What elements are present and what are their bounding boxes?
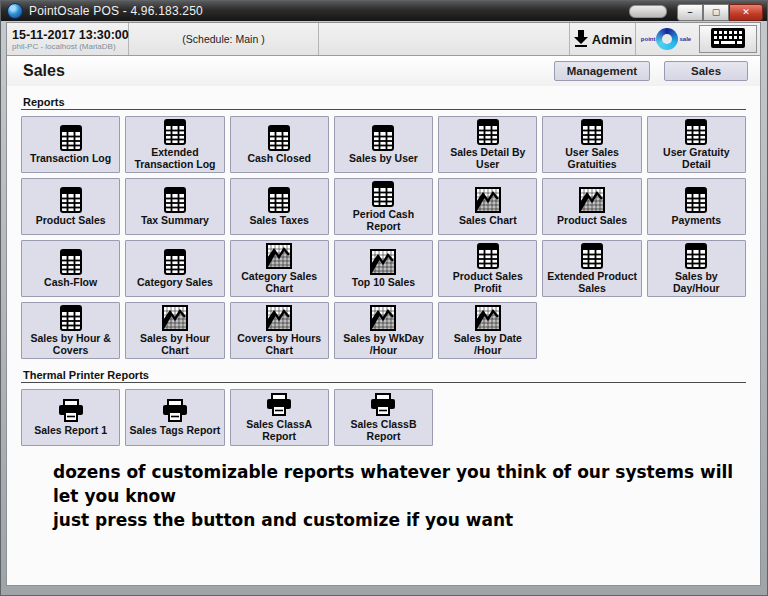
brand-logo-icon: [656, 28, 678, 50]
report-button[interactable]: Payments: [647, 178, 746, 235]
chart-icon: [579, 187, 605, 213]
printer-icon: [370, 393, 396, 417]
table-icon: [685, 119, 707, 145]
admin-button[interactable]: Admin: [570, 23, 636, 55]
close-button[interactable]: ✕: [729, 4, 763, 21]
schedule-panel: (Schedule: Main ): [129, 23, 319, 55]
report-button[interactable]: Sales by Hour & Covers: [21, 302, 120, 359]
sales-tab-button[interactable]: Sales: [664, 61, 748, 81]
datetime-panel: 15-11-2017 13:30:00 phil-PC - localhost …: [7, 23, 129, 55]
report-button[interactable]: User Gratuity Detail: [647, 116, 746, 173]
footer-note-line: just press the button and customize if y…: [53, 508, 760, 532]
app-logo-icon: [7, 3, 23, 19]
thermal-report-button-label: Sales ClassA Report: [234, 419, 325, 442]
thermal-section-rule: [21, 382, 746, 383]
thermal-section: Thermal Printer Reports Sales Report 1 S…: [7, 369, 760, 446]
minimize-button[interactable]: –: [677, 4, 703, 21]
report-button[interactable]: Transaction Log: [21, 116, 120, 173]
report-button-label: User Gratuity Detail: [651, 147, 742, 170]
table-icon: [372, 181, 394, 207]
thermal-report-button[interactable]: Sales ClassB Report: [334, 389, 433, 446]
app-window: PointOsale POS - 4.96.183.250 – ▢ ✕ 15-1…: [0, 0, 768, 596]
table-icon: [581, 119, 603, 145]
report-button[interactable]: Top 10 Sales: [334, 240, 433, 297]
report-button[interactable]: Tax Summary: [125, 178, 224, 235]
report-button[interactable]: Covers by Hours Chart: [230, 302, 329, 359]
chart-icon: [370, 249, 396, 275]
report-button-label: Cash-Flow: [44, 277, 97, 289]
report-button[interactable]: Sales by User: [334, 116, 433, 173]
table-icon: [60, 125, 82, 151]
chart-icon: [162, 305, 188, 331]
thermal-report-button[interactable]: Sales ClassA Report: [230, 389, 329, 446]
report-button[interactable]: Product Sales: [21, 178, 120, 235]
report-button-label: Sales by Hour & Covers: [25, 333, 116, 356]
app-body: 15-11-2017 13:30:00 phil-PC - localhost …: [6, 22, 761, 586]
thermal-report-button-label: Sales Report 1: [34, 425, 107, 437]
report-button-label: Cash Closed: [247, 153, 311, 165]
report-button-label: Extended Transaction Log: [129, 147, 220, 170]
chart-icon: [266, 243, 292, 269]
report-button-label: Category Sales Chart: [234, 271, 325, 294]
maximize-button[interactable]: ▢: [703, 4, 729, 21]
report-button[interactable]: Sales by Hour Chart: [125, 302, 224, 359]
table-icon: [685, 187, 707, 213]
admin-label: Admin: [592, 32, 632, 47]
report-button[interactable]: Product Sales Profit: [438, 240, 537, 297]
reports-section-title: Reports: [23, 96, 746, 108]
thermal-report-button[interactable]: Sales Tags Report: [125, 389, 224, 446]
thermal-report-button[interactable]: Sales Report 1: [21, 389, 120, 446]
report-button-label: Sales Chart: [459, 215, 517, 227]
printer-icon: [58, 399, 84, 423]
report-button[interactable]: Extended Product Sales: [542, 240, 641, 297]
thermal-report-button-label: Sales ClassB Report: [338, 419, 429, 442]
toolbar-spacer: [319, 23, 570, 55]
table-icon: [477, 119, 499, 145]
report-button[interactable]: Category Sales: [125, 240, 224, 297]
report-button[interactable]: Sales Detail By User: [438, 116, 537, 173]
thermal-section-title: Thermal Printer Reports: [23, 369, 746, 381]
page-title: Sales: [23, 62, 540, 80]
report-button[interactable]: Category Sales Chart: [230, 240, 329, 297]
footer-note: dozens of customizable reports whatever …: [53, 460, 760, 532]
report-button-label: Sales by WkDay /Hour: [338, 333, 429, 356]
window-title: PointOsale POS - 4.96.183.250: [29, 4, 629, 18]
footer-note-line: dozens of customizable reports whatever …: [53, 460, 760, 484]
main-content: Sales Management Sales Reports Transacti…: [7, 56, 760, 585]
report-button[interactable]: Sales Chart: [438, 178, 537, 235]
report-button-label: Payments: [672, 215, 722, 227]
titlebar-extra-button[interactable]: [629, 5, 667, 18]
table-icon: [685, 243, 707, 269]
datetime-label: 15-11-2017 13:30:00: [12, 28, 124, 42]
report-button[interactable]: Extended Transaction Log: [125, 116, 224, 173]
report-button-label: Sales Taxes: [250, 215, 309, 227]
report-button-label: Product Sales: [557, 215, 627, 227]
report-button[interactable]: Sales by Day/Hour: [647, 240, 746, 297]
report-button-label: Product Sales Profit: [442, 271, 533, 294]
report-button-label: User Sales Gratuities: [546, 147, 637, 170]
printer-icon: [266, 393, 292, 417]
report-button[interactable]: Period Cash Report: [334, 178, 433, 235]
report-button[interactable]: Sales by Date /Hour: [438, 302, 537, 359]
report-button-label: Sales by Hour Chart: [129, 333, 220, 356]
thermal-report-button-label: Sales Tags Report: [130, 425, 221, 437]
schedule-label: (Schedule: Main ): [182, 33, 264, 45]
reports-section-rule: [21, 109, 746, 110]
download-arrow-icon: [573, 29, 589, 47]
brand-logo-text-right: sale: [679, 36, 691, 42]
report-button[interactable]: Product Sales: [542, 178, 641, 235]
report-button[interactable]: Sales Taxes: [230, 178, 329, 235]
report-button[interactable]: Sales by WkDay /Hour: [334, 302, 433, 359]
report-button-label: Sales by User: [349, 153, 418, 165]
report-button-label: Tax Summary: [141, 215, 209, 227]
management-button[interactable]: Management: [554, 61, 650, 81]
report-button[interactable]: User Sales Gratuities: [542, 116, 641, 173]
footer-note-line: let you know: [53, 484, 760, 508]
table-icon: [60, 187, 82, 213]
chart-icon: [370, 305, 396, 331]
report-button-label: Category Sales: [137, 277, 213, 289]
report-button[interactable]: Cash-Flow: [21, 240, 120, 297]
report-button[interactable]: Cash Closed: [230, 116, 329, 173]
table-icon: [164, 187, 186, 213]
keyboard-button[interactable]: [699, 25, 757, 53]
